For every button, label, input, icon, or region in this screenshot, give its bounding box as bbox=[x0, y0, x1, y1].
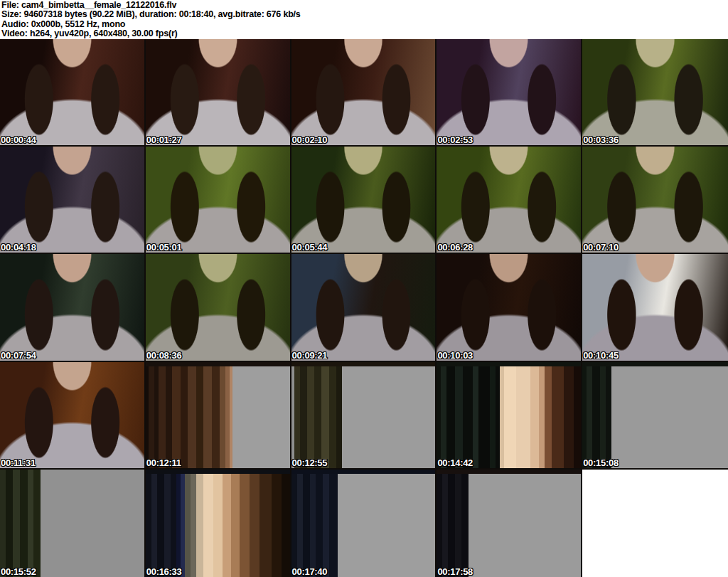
video-thumbnail: 00:03:36 bbox=[582, 39, 728, 147]
file-size-line: Size: 94607318 bytes (90.22 MiB), durati… bbox=[1, 10, 728, 19]
video-thumbnail: 00:00:44 bbox=[0, 39, 146, 147]
timestamp-label: 00:05:01 bbox=[146, 243, 182, 253]
video-thumbnail: 00:07:54 bbox=[0, 254, 146, 361]
video-thumbnail: 00:12:11 bbox=[146, 362, 291, 470]
video-thumbnail: 00:15:52 bbox=[0, 470, 146, 577]
timestamp-label: 00:10:03 bbox=[437, 351, 473, 361]
timestamp-label: 00:17:58 bbox=[437, 567, 473, 577]
video-thumbnail: 00:10:45 bbox=[582, 254, 728, 361]
timestamp-label: 00:17:40 bbox=[292, 567, 328, 577]
video-thumbnail: 00:16:33 bbox=[146, 470, 291, 577]
video-thumbnail: 00:07:10 bbox=[582, 147, 728, 254]
file-name-line: File: cam4_bimbetta__female_12122016.flv bbox=[1, 1, 728, 10]
timestamp-label: 00:04:18 bbox=[1, 243, 36, 253]
video-thumbnail: 00:01:27 bbox=[146, 39, 291, 147]
video-thumbnail: 00:14:42 bbox=[437, 362, 582, 470]
file-info-header: File: cam4_bimbetta__female_12122016.flv… bbox=[0, 0, 728, 39]
video-thumbnail: 00:10:03 bbox=[437, 254, 582, 361]
timestamp-label: 00:16:33 bbox=[146, 567, 182, 577]
timestamp-label: 00:15:52 bbox=[1, 567, 36, 577]
video-thumbnail: 00:12:55 bbox=[291, 362, 437, 470]
timestamp-label: 00:08:36 bbox=[146, 351, 182, 361]
video-thumbnail: 00:17:40 bbox=[291, 470, 437, 577]
timestamp-label: 00:12:55 bbox=[292, 458, 328, 468]
video-thumbnail: 00:05:01 bbox=[146, 147, 291, 254]
timestamp-label: 00:09:21 bbox=[292, 351, 328, 361]
video-thumbnail: 00:02:10 bbox=[291, 39, 437, 147]
video-thumbnail: 00:05:44 bbox=[291, 147, 437, 254]
timestamp-label: 00:10:45 bbox=[583, 351, 619, 361]
video-thumbnail: 00:09:21 bbox=[291, 254, 437, 361]
empty-cell bbox=[582, 470, 728, 577]
timestamp-label: 00:03:36 bbox=[583, 135, 619, 145]
video-info-line: Video: h264, yuv420p, 640x480, 30.00 fps… bbox=[1, 29, 728, 38]
timestamp-label: 00:06:28 bbox=[437, 243, 473, 253]
video-thumbnail: 00:04:18 bbox=[0, 147, 146, 254]
audio-info-line: Audio: 0x000b, 5512 Hz, mono bbox=[1, 20, 728, 29]
video-thumbnail: 00:06:28 bbox=[437, 147, 582, 254]
video-thumbnail: 00:15:08 bbox=[582, 362, 728, 470]
timestamp-label: 00:00:44 bbox=[1, 135, 36, 145]
timestamp-label: 00:14:42 bbox=[437, 458, 473, 468]
timestamp-label: 00:02:10 bbox=[292, 135, 328, 145]
timestamp-label: 00:02:53 bbox=[437, 135, 473, 145]
video-contact-sheet: File: cam4_bimbetta__female_12122016.flv… bbox=[0, 0, 728, 577]
timestamp-label: 00:12:11 bbox=[146, 458, 181, 468]
timestamp-label: 00:07:10 bbox=[583, 243, 619, 253]
video-thumbnail: 00:11:31 bbox=[0, 362, 146, 470]
timestamp-label: 00:05:44 bbox=[292, 243, 328, 253]
timestamp-label: 00:15:08 bbox=[583, 458, 619, 468]
thumbnail-grid: 00:00:4400:01:2700:02:1000:02:5300:03:36… bbox=[0, 39, 728, 577]
timestamp-label: 00:01:27 bbox=[146, 135, 182, 145]
timestamp-label: 00:07:54 bbox=[1, 351, 36, 361]
timestamp-label: 00:11:31 bbox=[1, 458, 36, 468]
video-thumbnail: 00:02:53 bbox=[437, 39, 582, 147]
video-thumbnail: 00:08:36 bbox=[146, 254, 291, 361]
video-thumbnail: 00:17:58 bbox=[437, 470, 582, 577]
